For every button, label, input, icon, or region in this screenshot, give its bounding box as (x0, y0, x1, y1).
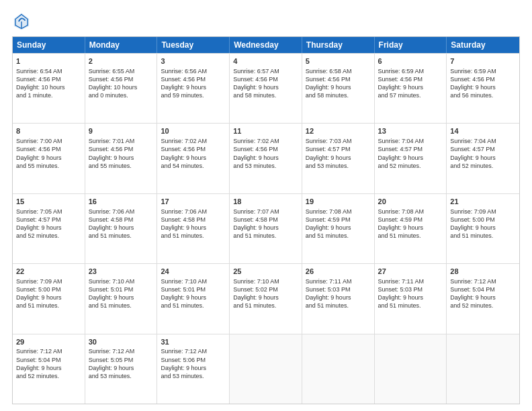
week-row-2: 8Sunrise: 7:00 AMSunset: 4:56 PMDaylight… (13, 123, 519, 193)
cell-text: Daylight: 9 hours (378, 154, 443, 162)
week-row-3: 15Sunrise: 7:05 AMSunset: 4:57 PMDayligh… (13, 193, 519, 263)
day-number: 7 (450, 56, 516, 66)
cal-cell: 11Sunrise: 7:02 AMSunset: 4:56 PMDayligh… (230, 124, 302, 193)
header (12, 12, 520, 31)
cell-text: and 51 minutes. (16, 302, 81, 310)
logo-icon (12, 12, 31, 31)
cell-text: and 0 minutes. (89, 91, 154, 99)
cal-cell (302, 334, 375, 404)
day-header-friday: Friday (375, 37, 447, 53)
cell-text: Sunset: 4:56 PM (306, 75, 371, 83)
cal-cell: 29Sunrise: 7:12 AMSunset: 5:04 PMDayligh… (13, 334, 85, 404)
day-number: 2 (89, 56, 154, 66)
day-header-sunday: Sunday (13, 37, 85, 53)
cal-cell: 7Sunrise: 6:59 AMSunset: 4:56 PMDaylight… (447, 54, 519, 123)
cal-cell: 22Sunrise: 7:09 AMSunset: 5:00 PMDayligh… (13, 264, 85, 333)
cell-text: and 59 minutes. (161, 91, 226, 99)
cell-text: Sunset: 4:56 PM (161, 145, 226, 153)
cell-text: Daylight: 9 hours (89, 224, 154, 232)
cell-text: and 51 minutes. (233, 302, 298, 310)
cell-text: Sunrise: 7:12 AM (161, 347, 226, 355)
day-number: 9 (89, 126, 154, 136)
cell-text: and 53 minutes. (306, 162, 371, 170)
cell-text: and 54 minutes. (161, 162, 226, 170)
cell-text: Sunrise: 7:09 AM (16, 277, 81, 285)
day-number: 29 (16, 337, 81, 347)
cell-text: Daylight: 10 hours (89, 83, 154, 91)
cell-text: Sunrise: 7:09 AM (450, 208, 516, 216)
day-number: 15 (16, 197, 81, 207)
cell-text: and 57 minutes. (378, 91, 443, 99)
day-number: 4 (233, 56, 298, 66)
cell-text: Sunrise: 7:10 AM (89, 277, 154, 285)
day-header-saturday: Saturday (447, 37, 519, 53)
cell-text: Sunset: 4:59 PM (378, 216, 443, 224)
cell-text: Sunset: 4:56 PM (233, 75, 298, 83)
cal-cell: 3Sunrise: 6:56 AMSunset: 4:56 PMDaylight… (157, 54, 230, 123)
cell-text: Daylight: 9 hours (233, 224, 298, 232)
cell-text: and 56 minutes. (450, 91, 516, 99)
day-header-wednesday: Wednesday (230, 37, 302, 53)
cell-text: Sunrise: 6:54 AM (16, 67, 81, 75)
cell-text: Sunrise: 7:08 AM (378, 208, 443, 216)
cal-cell (230, 334, 302, 404)
cell-text: and 51 minutes. (89, 232, 154, 240)
cell-text: Daylight: 9 hours (306, 293, 371, 302)
cal-cell: 13Sunrise: 7:04 AMSunset: 4:57 PMDayligh… (375, 124, 447, 193)
cell-text: and 58 minutes. (233, 91, 298, 99)
cell-text: Sunrise: 6:57 AM (233, 67, 298, 75)
cell-text: Sunrise: 7:00 AM (16, 137, 81, 145)
cell-text: Daylight: 9 hours (161, 154, 226, 162)
cell-text: Daylight: 9 hours (89, 154, 154, 162)
day-number: 24 (161, 267, 226, 277)
cell-text: Daylight: 9 hours (89, 293, 154, 302)
cell-text: Daylight: 9 hours (306, 83, 371, 91)
cell-text: and 51 minutes. (306, 302, 371, 310)
cal-cell: 28Sunrise: 7:12 AMSunset: 5:04 PMDayligh… (447, 264, 519, 333)
cell-text: Sunset: 4:58 PM (161, 216, 226, 224)
cell-text: Daylight: 9 hours (233, 293, 298, 302)
cell-text: Sunrise: 7:04 AM (450, 137, 516, 145)
cell-text: and 51 minutes. (89, 302, 154, 310)
page: SundayMondayTuesdayWednesdayThursdayFrid… (0, 0, 532, 411)
cell-text: Daylight: 9 hours (161, 83, 226, 91)
cell-text: Sunrise: 6:58 AM (306, 67, 371, 75)
cal-cell: 6Sunrise: 6:59 AMSunset: 4:56 PMDaylight… (375, 54, 447, 123)
cell-text: Daylight: 9 hours (161, 224, 226, 232)
cell-text: Daylight: 9 hours (16, 154, 81, 162)
cell-text: Sunrise: 6:56 AM (161, 67, 226, 75)
day-number: 5 (306, 56, 371, 66)
cell-text: Sunrise: 7:02 AM (161, 137, 226, 145)
cell-text: Sunrise: 7:01 AM (89, 137, 154, 145)
cell-text: Daylight: 9 hours (306, 224, 371, 232)
cal-cell: 12Sunrise: 7:03 AMSunset: 4:57 PMDayligh… (302, 124, 375, 193)
cell-text: Sunset: 4:56 PM (450, 75, 516, 83)
day-number: 12 (306, 126, 371, 136)
cell-text: Daylight: 9 hours (16, 293, 81, 302)
day-number: 28 (450, 267, 516, 277)
cell-text: Sunset: 5:05 PM (89, 356, 154, 364)
cal-cell: 8Sunrise: 7:00 AMSunset: 4:56 PMDaylight… (13, 124, 85, 193)
cell-text: Sunset: 4:57 PM (16, 216, 81, 224)
cal-cell: 15Sunrise: 7:05 AMSunset: 4:57 PMDayligh… (13, 194, 85, 263)
day-number: 30 (89, 337, 154, 347)
cal-cell: 9Sunrise: 7:01 AMSunset: 4:56 PMDaylight… (85, 124, 158, 193)
cell-text: Sunset: 4:57 PM (306, 145, 371, 153)
cell-text: Sunrise: 7:10 AM (161, 277, 226, 285)
cell-text: Sunset: 4:59 PM (306, 216, 371, 224)
cell-text: and 51 minutes. (378, 232, 443, 240)
cell-text: Sunset: 4:56 PM (16, 145, 81, 153)
cell-text: and 51 minutes. (161, 302, 226, 310)
week-row-1: 1Sunrise: 6:54 AMSunset: 4:56 PMDaylight… (13, 53, 519, 123)
cell-text: and 53 minutes. (89, 372, 154, 380)
cal-cell: 10Sunrise: 7:02 AMSunset: 4:56 PMDayligh… (157, 124, 230, 193)
week-row-4: 22Sunrise: 7:09 AMSunset: 5:00 PMDayligh… (13, 263, 519, 333)
cell-text: Sunrise: 6:59 AM (378, 67, 443, 75)
cell-text: Sunset: 5:01 PM (89, 285, 154, 293)
cell-text: and 51 minutes. (306, 232, 371, 240)
cell-text: Daylight: 9 hours (233, 83, 298, 91)
cell-text: Sunset: 5:03 PM (378, 285, 443, 293)
day-header-monday: Monday (85, 37, 158, 53)
day-number: 16 (89, 197, 154, 207)
cell-text: Daylight: 9 hours (89, 364, 154, 372)
